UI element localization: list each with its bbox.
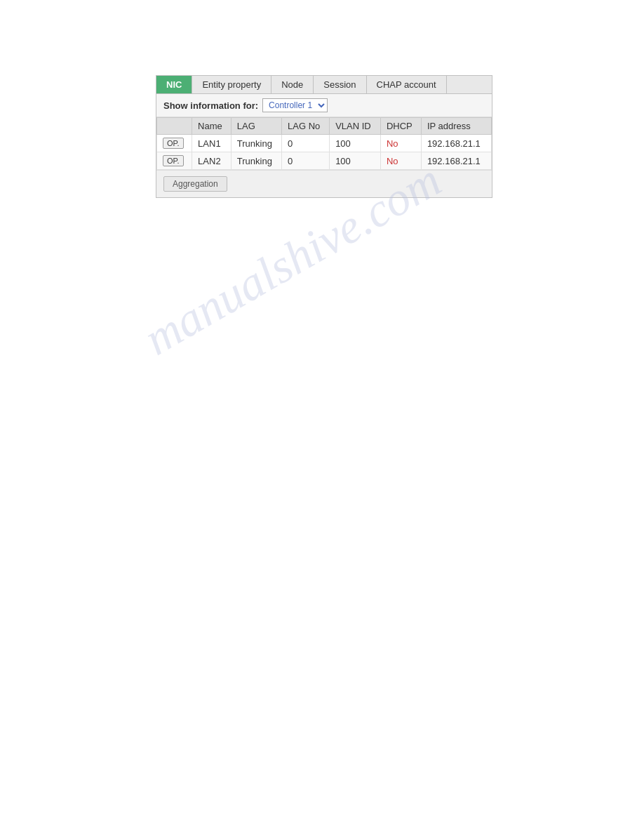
footer-bar: Aggregation	[156, 170, 492, 197]
cell-vlan-id-2: 100	[330, 152, 381, 170]
tab-bar: NIC Entity property Node Session CHAP ac…	[156, 76, 492, 94]
cell-vlan-id-1: 100	[330, 135, 381, 152]
col-dhcp: DHCP	[380, 118, 421, 135]
table-row: OP. LAN1 Trunking 0 100 No 192.168.21.1	[157, 135, 492, 152]
table-header-row: Name LAG LAG No VLAN ID DHCP IP address	[157, 118, 492, 135]
col-name: Name	[192, 118, 232, 135]
cell-dhcp-2: No	[380, 152, 421, 170]
col-lag-no: LAG No	[282, 118, 330, 135]
cell-dhcp-1: No	[380, 135, 421, 152]
cell-name-2: LAN2	[192, 152, 232, 170]
op-button-2[interactable]: OP.	[163, 155, 184, 166]
col-op	[157, 118, 192, 135]
nic-table-container: Name LAG LAG No VLAN ID DHCP IP address …	[156, 117, 492, 170]
col-vlan-id: VLAN ID	[330, 118, 381, 135]
cell-op-1[interactable]: OP.	[157, 135, 192, 152]
tab-nic[interactable]: NIC	[156, 76, 192, 93]
cell-ip-1: 192.168.21.1	[421, 135, 491, 152]
controller-select-wrapper[interactable]: Controller 1 Controller 2	[262, 98, 328, 112]
cell-lag-2: Trunking	[231, 152, 281, 170]
cell-op-2[interactable]: OP.	[157, 152, 192, 170]
col-lag: LAG	[231, 118, 281, 135]
nic-table: Name LAG LAG No VLAN ID DHCP IP address …	[156, 117, 492, 170]
tab-node[interactable]: Node	[271, 76, 314, 93]
cell-name-1: LAN1	[192, 135, 232, 152]
main-panel: NIC Entity property Node Session CHAP ac…	[156, 75, 492, 198]
tab-chap-account[interactable]: CHAP account	[367, 76, 447, 93]
show-info-bar: Show information for: Controller 1 Contr…	[156, 94, 492, 117]
cell-lag-no-1: 0	[282, 135, 330, 152]
tab-entity-property[interactable]: Entity property	[192, 76, 271, 93]
table-row: OP. LAN2 Trunking 0 100 No 192.168.21.1	[157, 152, 492, 170]
op-button-1[interactable]: OP.	[163, 138, 184, 149]
cell-lag-no-2: 0	[282, 152, 330, 170]
aggregation-button[interactable]: Aggregation	[163, 176, 227, 192]
show-info-label: Show information for:	[163, 100, 258, 111]
cell-ip-2: 192.168.21.1	[421, 152, 491, 170]
tab-session[interactable]: Session	[314, 76, 366, 93]
col-ip-address: IP address	[421, 118, 491, 135]
cell-lag-1: Trunking	[231, 135, 281, 152]
controller-dropdown[interactable]: Controller 1 Controller 2	[262, 98, 328, 112]
